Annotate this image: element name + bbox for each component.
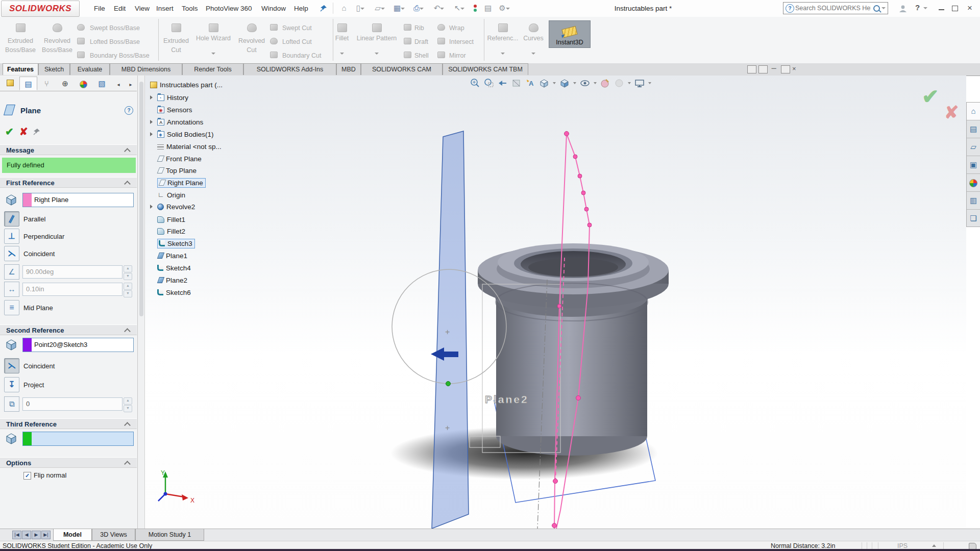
apply-scene-icon[interactable] (614, 78, 625, 89)
collapse-chevron-icon[interactable] (124, 328, 131, 335)
menu-file[interactable]: File (92, 0, 107, 17)
tree-item-root[interactable]: Instructables part (... (150, 79, 223, 91)
offset-spinner[interactable]: ▲▼ (124, 397, 132, 411)
plane-resize-handle[interactable]: + (445, 423, 450, 432)
view-orientation-caret-icon[interactable] (553, 82, 556, 84)
parallel-button[interactable]: ∥ (4, 211, 19, 227)
new-document-icon[interactable]: ▯ (354, 3, 366, 14)
model-top-hat[interactable] (478, 243, 669, 456)
tree-item-sketch6[interactable]: Sketch6 (150, 286, 191, 298)
undock-icon[interactable] (758, 65, 768, 73)
view-orientation-icon[interactable] (538, 78, 550, 89)
hide-show-items-icon[interactable] (579, 78, 591, 89)
view-settings-caret-icon[interactable] (648, 82, 651, 84)
configuration-manager-tab[interactable]: ⑂ (38, 77, 56, 90)
viewport-canvas[interactable]: + + Plane2 (145, 76, 966, 529)
options-section-header[interactable]: Options (0, 457, 137, 468)
tab-solidworks-cam[interactable]: SOLIDWORKS CAM (361, 63, 443, 75)
previous-view-icon[interactable] (497, 78, 508, 89)
tree-item-sensors[interactable]: Sensors (150, 104, 192, 116)
close-button[interactable]: × (964, 4, 975, 13)
cam-tab[interactable]: ▧ (93, 77, 111, 90)
tree-item-front-plane[interactable]: Front Plane (150, 153, 202, 165)
plane-resize-handle[interactable]: + (445, 328, 450, 336)
flip-normal-checkbox[interactable]: ✓ (23, 472, 31, 480)
scene-caret-icon[interactable] (628, 82, 631, 84)
restore-button[interactable] (949, 4, 961, 13)
hole-wizard-caret-icon[interactable] (211, 53, 215, 55)
first-reference-field[interactable]: Right Plane (22, 193, 134, 207)
ribbon-restore-icon[interactable] (781, 65, 790, 73)
propertymanager-tab[interactable]: ▤ (19, 77, 37, 90)
tree-item-solid-bodies[interactable]: Solid Bodies(1) (150, 128, 214, 140)
save-icon[interactable]: ▦ (393, 3, 405, 14)
rebuild-icon[interactable] (474, 5, 477, 12)
section-view-icon[interactable] (511, 78, 522, 89)
unit-system-caret-icon[interactable] (932, 544, 936, 547)
collapse-ribbon-icon[interactable]: ─ (770, 65, 778, 72)
graphics-area[interactable]: + + Plane2 (145, 76, 966, 529)
second-reference-field[interactable]: Point20@Sketch3 (22, 338, 134, 352)
first-tab-arrow[interactable]: |◀ (12, 531, 21, 539)
undo-icon[interactable]: ↶ (433, 3, 445, 14)
search-icon[interactable] (873, 5, 880, 12)
appearances-icon[interactable] (967, 174, 980, 192)
tab-mbd-dimensions[interactable]: MBD Dimensions (110, 63, 182, 75)
annotation-view-icon[interactable]: A (525, 78, 536, 89)
plane-preview[interactable] (432, 131, 469, 529)
print-icon[interactable]: ⎙ (412, 3, 425, 14)
perpendicular-button[interactable]: ⊥ (4, 229, 19, 244)
tree-item-material[interactable]: Material <not sp... (150, 140, 222, 153)
prev-tab-arrow[interactable]: ◀ (22, 531, 31, 539)
pin-menu-icon[interactable] (320, 4, 328, 14)
edit-appearance-icon[interactable] (600, 78, 611, 89)
tree-item-fillet1[interactable]: Fillet1 (150, 213, 185, 226)
search-caret-icon[interactable] (881, 7, 886, 9)
tree-item-right-plane[interactable]: Right Plane (150, 177, 206, 189)
tree-item-sketch3[interactable]: Sketch3 (150, 237, 195, 249)
menu-tools[interactable]: Tools (180, 0, 200, 17)
featuremanager-tree-tab[interactable] (1, 77, 19, 90)
tab-sketch[interactable]: Sketch (38, 63, 70, 75)
menu-view[interactable]: View (133, 0, 152, 17)
menu-help[interactable]: Help (292, 0, 310, 17)
panel-scrollbar[interactable] (139, 82, 143, 316)
3d-views-tab[interactable]: 3D Views (92, 529, 135, 541)
search-input[interactable] (794, 4, 872, 12)
first-reference-section-header[interactable]: First Reference (0, 177, 137, 188)
distance-input[interactable]: 0.10in (22, 283, 122, 296)
tab-mbd[interactable]: MBD (336, 63, 361, 75)
open-icon[interactable]: ▱ (374, 3, 386, 14)
menu-edit[interactable]: Edit (112, 0, 128, 17)
curves-caret-icon[interactable] (531, 53, 535, 55)
collapse-chevron-icon[interactable] (124, 461, 131, 467)
coincident-button[interactable]: ⋋ (4, 246, 19, 261)
forum-icon[interactable]: ❏ (967, 210, 980, 227)
display-manager-tab[interactable] (75, 77, 92, 90)
panel-help-icon[interactable]: ? (125, 106, 133, 115)
sketch-point-green[interactable] (446, 382, 451, 386)
display-style-icon[interactable] (559, 78, 570, 89)
model-tab[interactable]: Model (53, 529, 92, 541)
tree-item-annotations[interactable]: Annotations (150, 116, 203, 128)
dock-icon[interactable] (747, 65, 756, 73)
tree-item-top-plane[interactable]: Top Plane (150, 164, 197, 177)
user-icon[interactable] (898, 4, 908, 15)
tab-evaluate[interactable]: Evaluate (70, 63, 110, 75)
file-properties-icon[interactable]: ▤ (482, 3, 494, 14)
motion-study-tab[interactable]: Motion Study 1 (135, 529, 204, 541)
third-reference-field[interactable] (22, 432, 134, 446)
design-library-icon[interactable]: ▤ (967, 120, 980, 138)
search-box[interactable]: ? (783, 2, 888, 14)
unit-system[interactable]: IPS (897, 542, 908, 549)
zoom-to-fit-icon[interactable] (470, 78, 481, 89)
tab-render-tools[interactable]: Render Tools (182, 63, 243, 75)
third-reference-section-header[interactable]: Third Reference (0, 418, 137, 429)
fillet-caret-icon[interactable] (340, 53, 344, 55)
dimxpert-manager-tab[interactable]: ⊕ (56, 77, 74, 90)
options-gear-icon[interactable]: ⚙ (498, 3, 510, 14)
coincident-button-2[interactable]: ⋋ (4, 358, 19, 373)
tree-item-sketch4[interactable]: Sketch4 (150, 262, 191, 274)
menu-window[interactable]: Window (259, 0, 288, 17)
home-tab-icon[interactable]: ⌂ (967, 103, 980, 120)
